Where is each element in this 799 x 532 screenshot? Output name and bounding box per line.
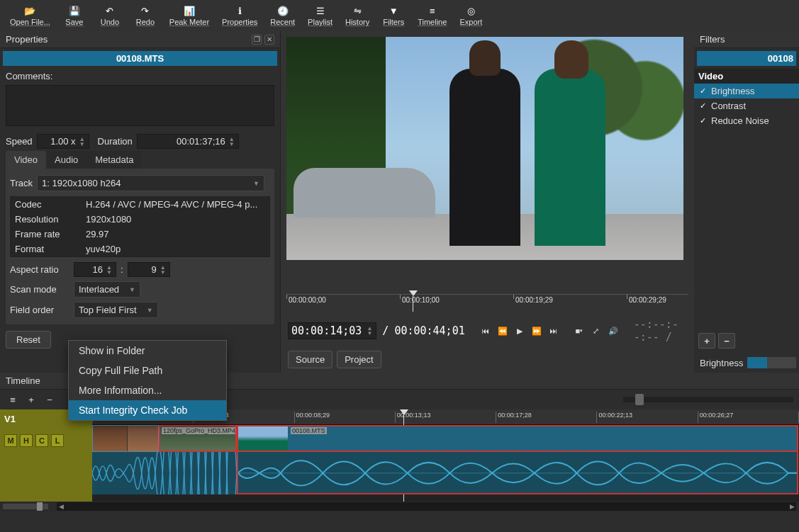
timeline-remove-button[interactable]: − bbox=[43, 392, 57, 407]
play-button[interactable]: ▶ bbox=[512, 324, 527, 338]
playhead-icon[interactable] bbox=[409, 290, 418, 296]
table-row: Frame rate29.97 bbox=[11, 227, 269, 242]
comments-input[interactable] bbox=[6, 85, 274, 126]
filters-panel: Filters 00108 Video ✓Brightness✓Contrast… bbox=[694, 31, 799, 373]
context-menu-item-show-in-folder[interactable]: Show in Folder bbox=[69, 341, 226, 361]
timeline-clip-2[interactable]: 120fps_GoPro_HD3.MP4 bbox=[159, 425, 237, 452]
timeline-add-button[interactable]: + bbox=[24, 392, 38, 407]
toolbar-export[interactable]: ◎Export bbox=[455, 1, 486, 30]
redo-icon: ↷ bbox=[138, 5, 152, 16]
timeline-clip-1[interactable] bbox=[92, 425, 159, 452]
skip-next-button[interactable]: ⏭ bbox=[546, 324, 561, 338]
timeline-menu-button[interactable]: ≡ bbox=[6, 392, 20, 407]
properties-tabs: VideoAudioMetadata bbox=[0, 151, 280, 169]
timeline-zoom-slider-small[interactable] bbox=[3, 504, 48, 509]
track-label: Track bbox=[10, 178, 33, 188]
track-badge-l[interactable]: L bbox=[51, 434, 64, 447]
timeline-tick: 00:00:17;28 bbox=[496, 412, 532, 423]
comments-label: Comments: bbox=[6, 71, 52, 81]
toolbar-redo[interactable]: ↷Redo bbox=[130, 1, 161, 30]
panel-undock-icon[interactable]: ❐ bbox=[252, 35, 262, 45]
brightness-label: Brightness bbox=[700, 358, 743, 368]
aspect-h-input[interactable]: ▲▼ bbox=[128, 262, 170, 277]
context-menu-item-start-integrity-check-job[interactable]: Start Integrity Check Job bbox=[69, 400, 226, 420]
tab-video[interactable]: Video bbox=[6, 151, 46, 169]
tab-audio[interactable]: Audio bbox=[46, 151, 86, 169]
add-filter-button[interactable]: + bbox=[698, 333, 715, 349]
skip-prev-button[interactable]: ⏮ bbox=[478, 324, 493, 338]
track-badge-h[interactable]: H bbox=[20, 434, 33, 447]
toolbar-recent[interactable]: 🕘Recent bbox=[266, 1, 299, 30]
properties-table: CodecH.264 / AVC / MPEG-4 AVC / MPEG-4 p… bbox=[10, 196, 270, 257]
timeline-tick: 00:00:26;27 bbox=[698, 412, 734, 423]
playback-ruler[interactable]: 00:00:00;0000:00:10;0000:00:19;2900:00:2… bbox=[286, 294, 688, 315]
timeline-playhead-icon[interactable] bbox=[400, 409, 408, 415]
toolbar-open-file[interactable]: 📂Open File... bbox=[6, 1, 55, 30]
open-file--icon: 📂 bbox=[23, 5, 37, 16]
remove-filter-button[interactable]: − bbox=[718, 333, 735, 349]
checkmark-icon: ✓ bbox=[700, 116, 707, 125]
fastfwd-button[interactable]: ⏩ bbox=[529, 324, 544, 338]
scan-label: Scan mode bbox=[10, 284, 69, 295]
toolbar-save[interactable]: 💾Save bbox=[59, 1, 90, 30]
timeline-track-area[interactable]: 00:00:00;0000:00:04;1400:00:08;2900:00:1… bbox=[92, 409, 799, 502]
filters-icon: ▼ bbox=[386, 5, 401, 16]
audio-clip-2[interactable] bbox=[237, 452, 798, 494]
history-icon: ⇋ bbox=[350, 5, 364, 16]
toolbar-timeline[interactable]: ≡Timeline bbox=[413, 1, 451, 30]
tc-sep: / bbox=[382, 324, 389, 337]
aspect-w-input[interactable]: ▲▼ bbox=[74, 262, 116, 277]
toolbar-peak-meter[interactable]: 📊Peak Meter bbox=[165, 1, 213, 30]
filter-item-reduce-noise[interactable]: ✓Reduce Noise bbox=[694, 113, 799, 128]
toolbar-properties[interactable]: ℹProperties bbox=[218, 1, 262, 30]
context-menu-item-copy-full-file-path[interactable]: Copy Full File Path bbox=[69, 361, 226, 380]
project-tab[interactable]: Project bbox=[337, 351, 381, 368]
video-preview[interactable] bbox=[286, 37, 683, 260]
rewind-button[interactable]: ⏪ bbox=[495, 324, 510, 338]
speed-input[interactable]: ▲▼ bbox=[37, 134, 89, 149]
audio-clip-1[interactable] bbox=[92, 452, 237, 494]
brightness-slider[interactable] bbox=[747, 357, 796, 368]
duration-input[interactable]: ▲▼ bbox=[137, 134, 239, 149]
stop-button[interactable]: ■▾ bbox=[571, 324, 587, 338]
timecode-input[interactable]: 00:00:14;03▲▼ bbox=[288, 322, 376, 339]
playlist-icon: ☰ bbox=[313, 5, 328, 16]
table-row: Resolution1920x1080 bbox=[11, 212, 269, 227]
main-toolbar: 📂Open File...💾Save↶Undo↷Redo📊Peak Meterℹ… bbox=[0, 0, 799, 31]
timeline-scrollbar[interactable]: ◀▶ bbox=[57, 502, 796, 511]
filter-item-brightness[interactable]: ✓Brightness bbox=[694, 84, 799, 98]
filter-group-video: Video bbox=[694, 69, 799, 84]
aspect-label: Aspect ratio bbox=[10, 264, 69, 275]
field-label: Field order bbox=[10, 305, 69, 315]
reset-button[interactable]: Reset bbox=[6, 331, 51, 349]
scan-dropdown[interactable]: Interlaced▼ bbox=[74, 281, 140, 298]
zoom-button[interactable]: ⤢ bbox=[588, 324, 604, 338]
ruler-tick: 00:00:29;29 bbox=[627, 295, 666, 299]
track-badge-c[interactable]: C bbox=[35, 434, 48, 447]
toolbar-filters[interactable]: ▼Filters bbox=[378, 1, 409, 30]
timeline-zoom-slider[interactable] bbox=[623, 397, 793, 402]
track-badge-m[interactable]: M bbox=[4, 434, 17, 447]
toolbar-playlist[interactable]: ☰Playlist bbox=[303, 1, 337, 30]
tc-remain: --:--:--:-- / bbox=[634, 318, 687, 344]
peak-meter-icon: 📊 bbox=[182, 5, 196, 16]
field-dropdown[interactable]: Top Field First▼ bbox=[74, 302, 158, 318]
timeline-tick: 00:00:08;29 bbox=[294, 412, 330, 423]
toolbar-undo[interactable]: ↶Undo bbox=[94, 1, 125, 30]
panel-close-icon[interactable]: ✕ bbox=[264, 35, 274, 45]
timeline-panel-title: Timeline bbox=[6, 375, 40, 386]
ruler-tick: 00:00:10;00 bbox=[400, 295, 440, 299]
context-menu-item-more-information[interactable]: More Information... bbox=[69, 380, 226, 400]
tab-metadata[interactable]: Metadata bbox=[86, 151, 142, 169]
source-tab[interactable]: Source bbox=[288, 351, 333, 368]
timeline-icon: ≡ bbox=[425, 5, 440, 16]
ruler-tick: 00:00:00;00 bbox=[286, 295, 326, 299]
filter-item-contrast[interactable]: ✓Contrast bbox=[694, 98, 799, 113]
timeline-clip-3[interactable]: 00108.MTS bbox=[237, 425, 798, 452]
volume-button[interactable]: 🔊 bbox=[605, 324, 621, 338]
properties-panel: Properties ❐ ✕ 00108.MTS Comments: Speed… bbox=[0, 31, 281, 373]
tc-total: 00:00:44;01 bbox=[394, 324, 464, 337]
toolbar-history[interactable]: ⇋History bbox=[341, 1, 374, 30]
track-dropdown[interactable]: 1: 1920x1080 h264▼ bbox=[37, 175, 264, 191]
clip-title-bar: 00108.MTS bbox=[3, 51, 277, 66]
